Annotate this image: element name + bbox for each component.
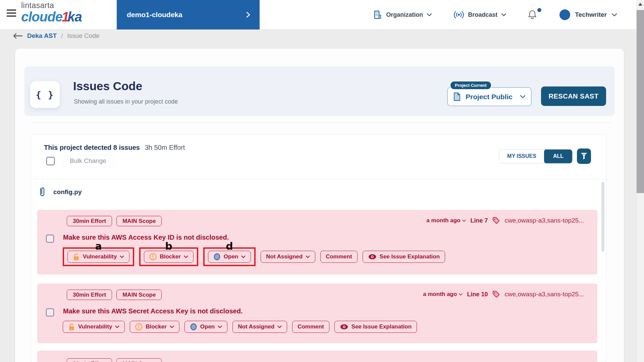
- project-public-label: Project Public: [466, 93, 513, 101]
- header-divider: [30, 122, 611, 123]
- scrollbar-thumb[interactable]: [637, 10, 644, 193]
- organization-icon: [372, 10, 382, 20]
- organization-label: Organization: [386, 11, 423, 18]
- chevron-down-icon: [241, 255, 246, 258]
- avatar: [559, 9, 570, 20]
- project-public-dropdown[interactable]: Project Public: [447, 87, 532, 106]
- brand-cloudeka: cloude1ka: [21, 10, 82, 23]
- user-name: Techwriter: [575, 11, 607, 18]
- back-arrow-icon[interactable]: [13, 33, 23, 39]
- chevron-down-icon: [427, 13, 432, 16]
- breadcrumb-current: Issue Code: [67, 32, 99, 40]
- page-title: Issues Code: [73, 79, 142, 93]
- tag-icon: [492, 217, 500, 225]
- breadcrumb-deka-ast[interactable]: Deka AST: [27, 32, 57, 40]
- effort-badge: 30min Effort: [67, 358, 112, 362]
- code-braces-icon: { }: [30, 81, 60, 108]
- issue-type-dropdown[interactable]: Vulnerability: [63, 321, 125, 333]
- funnel-icon: [580, 152, 588, 160]
- document-icon: [453, 92, 461, 101]
- breadcrumb-separator: /: [61, 32, 63, 40]
- eye-icon: [340, 323, 348, 330]
- assignee-dropdown[interactable]: Not Assigned: [232, 321, 287, 333]
- issue-age-dropdown[interactable]: a month ago: [426, 217, 466, 224]
- scope-badge: MAIN Scope: [116, 290, 162, 300]
- hamburger-menu-icon[interactable]: [7, 9, 16, 17]
- panel-scrollbar-thumb[interactable]: [601, 182, 604, 252]
- bell-icon: [527, 9, 537, 20]
- paperclip-icon: [38, 186, 47, 198]
- navbar-right-cluster: Organization Broadcast Techwriter: [372, 0, 617, 29]
- chevron-down-icon: [277, 325, 282, 328]
- panel-divider: [31, 179, 606, 179]
- tag-icon: [492, 290, 500, 298]
- issue-age-dropdown[interactable]: a month ago: [423, 291, 463, 298]
- broadcast-menu[interactable]: Broadcast: [453, 10, 506, 19]
- issue-title: Make sure this AWS Secret Access Key is …: [63, 307, 243, 315]
- issue-card: 30min Effort MAIN Scope a month ago Line…: [37, 210, 597, 275]
- issue-checkbox[interactable]: [46, 308, 54, 316]
- chevron-down-icon: [115, 325, 119, 328]
- see-issue-explanation-button[interactable]: See Issue Explanation: [363, 251, 445, 263]
- issue-tags[interactable]: cwe,owasp-a3,sans-top25...: [504, 217, 584, 224]
- project-bar-label: demo1-cloudeka: [127, 11, 182, 19]
- annotation-box-a: a Vulnerability: [63, 247, 134, 266]
- broadcast-icon: [453, 10, 464, 19]
- effort-badge: 30min Effort: [67, 216, 112, 226]
- issues-panel: This project detected 8 issues 3h 50m Ef…: [31, 134, 606, 362]
- rescan-sast-button[interactable]: RESCAN SAST: [541, 86, 606, 106]
- filter-button[interactable]: [577, 148, 591, 164]
- issue-line-number: Line 10: [467, 291, 488, 298]
- bulk-change-checkbox[interactable]: [46, 157, 55, 165]
- annotation-letter-d: d: [226, 241, 233, 251]
- chevron-down-icon: [462, 220, 466, 222]
- tab-my-issues[interactable]: MY ISSUES: [499, 149, 544, 163]
- summary-text: This project detected 8 issues: [44, 144, 140, 152]
- annotation-letter-a: a: [95, 241, 102, 251]
- issue-type-dropdown[interactable]: Vulnerability: [67, 251, 129, 263]
- issue-card: 30min Effort MAIN Scope: [37, 351, 597, 362]
- chevron-down-icon: [611, 13, 617, 17]
- open-status-circle-icon: [213, 253, 221, 260]
- summary-effort: 3h 50m Effort: [145, 144, 185, 152]
- user-menu[interactable]: Techwriter: [559, 9, 617, 20]
- project-selector-bar[interactable]: demo1-cloudeka: [117, 0, 260, 29]
- assignee-dropdown[interactable]: Not Assigned: [261, 251, 315, 263]
- file-row: config.py: [38, 186, 82, 198]
- issue-line-number: Line 7: [470, 217, 488, 224]
- effort-badge: 30min Effort: [67, 290, 112, 300]
- notifications-bell[interactable]: [527, 9, 537, 20]
- tab-all[interactable]: ALL: [544, 149, 573, 164]
- breadcrumb: Deka AST / Issue Code: [13, 32, 99, 40]
- issue-status-dropdown[interactable]: Open: [208, 251, 251, 263]
- browser-scrollbar[interactable]: [636, 0, 644, 362]
- annotation-box-b: b Blocker: [139, 247, 198, 266]
- open-lock-icon: [73, 253, 80, 261]
- chevron-right-icon: [246, 11, 251, 18]
- issue-severity-dropdown[interactable]: Blocker: [144, 251, 193, 263]
- issue-severity-dropdown[interactable]: Blocker: [130, 321, 179, 333]
- blocker-octagon-icon: [135, 323, 143, 330]
- issue-card: 30min Effort MAIN Scope a month ago Line…: [37, 284, 597, 343]
- chevron-down-icon: [520, 95, 526, 99]
- chevron-down-icon: [218, 325, 222, 328]
- page-subtitle: Showing all issues in your project code: [74, 98, 178, 105]
- see-issue-explanation-button[interactable]: See Issue Explanation: [334, 321, 417, 333]
- issue-status-dropdown[interactable]: Open: [184, 321, 227, 333]
- project-current-badge: Project Current: [450, 81, 492, 90]
- file-name: config.py: [53, 188, 82, 196]
- annotation-letter-b: b: [165, 241, 172, 251]
- detection-summary: This project detected 8 issues 3h 50m Ef…: [44, 144, 185, 152]
- brand-lintasarta: lintasarta: [21, 2, 82, 9]
- scrollbar-up-arrow[interactable]: [638, 3, 642, 6]
- comment-button[interactable]: Comment: [292, 321, 329, 333]
- issue-checkbox[interactable]: [46, 235, 54, 243]
- bulk-change-row: Bulk Change: [46, 155, 114, 167]
- issue-tags[interactable]: cwe,owasp-a3,sans-top25...: [504, 291, 584, 298]
- chevron-down-icon: [501, 13, 506, 16]
- issues-code-card: { } Issues Code Showing all issues in yo…: [15, 49, 624, 362]
- organization-menu[interactable]: Organization: [372, 10, 432, 20]
- comment-button[interactable]: Comment: [320, 251, 357, 263]
- top-navbar: lintasarta cloude1ka demo1-cloudeka Orga…: [0, 0, 636, 29]
- bulk-change-label: Bulk Change: [62, 155, 114, 167]
